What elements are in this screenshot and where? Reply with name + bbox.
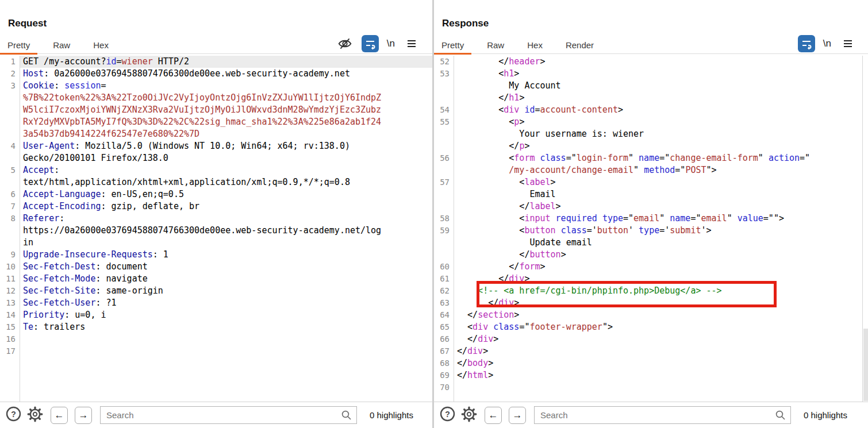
line-number: 10	[0, 261, 20, 273]
code-line[interactable]: 69</html>	[434, 369, 868, 381]
code-line[interactable]: 16	[0, 333, 433, 345]
code-line[interactable]: 66 </div>	[434, 333, 868, 345]
code-line[interactable]: 4User-Agent: Mozilla/5.0 (Windows NT 10.…	[0, 140, 433, 152]
code-line[interactable]: My Account	[434, 80, 868, 92]
code-line[interactable]: text/html,application/xhtml+xml,applicat…	[0, 176, 433, 188]
line-number: 70	[434, 381, 454, 394]
code-line[interactable]: https://0a26000e037694588074766300de00ee…	[0, 225, 433, 237]
code-line[interactable]: 10Sec-Fetch-Dest: document	[0, 261, 433, 273]
code-line[interactable]: W5lciI7czoxMjoiYWNjZXNzX3Rva2VuIjtzOjMyO…	[0, 104, 433, 116]
hide-characters-eye-icon[interactable]	[336, 35, 354, 52]
settings-gear-icon[interactable]	[26, 406, 44, 425]
next-match-button[interactable]: →	[75, 407, 92, 424]
tab-hex[interactable]: Hex	[520, 37, 550, 55]
code-text: My Account	[454, 80, 868, 92]
code-text: Sec-Fetch-Dest: document	[20, 261, 433, 273]
code-line[interactable]: 13Sec-Fetch-User: ?1	[0, 297, 433, 309]
code-line[interactable]: 60 </form>	[434, 261, 868, 273]
code-line[interactable]: /my-account/change-email" method="POST">	[434, 164, 868, 176]
code-line[interactable]: Your username is: wiener	[434, 128, 868, 140]
word-wrap-toggle-icon[interactable]	[798, 35, 815, 52]
tab-raw[interactable]: Raw	[45, 37, 78, 55]
code-line[interactable]: </h1>	[434, 92, 868, 104]
line-number: 57	[434, 176, 454, 188]
code-line[interactable]: 2Host: 0a26000e037694588074766300de00ee.…	[0, 68, 433, 80]
code-text: Accept-Language: en-US,en;q=0.5	[20, 188, 433, 200]
svg-text:?: ?	[445, 410, 450, 419]
code-line[interactable]: 7Accept-Encoding: gzip, deflate, br	[0, 200, 433, 213]
line-number	[434, 80, 454, 92]
request-editor[interactable]: 1GET /my-account?id=wiener HTTP/22Host: …	[0, 56, 433, 402]
response-menu-icon[interactable]	[839, 35, 857, 52]
line-number	[434, 164, 454, 176]
line-number: 59	[434, 225, 454, 237]
code-line[interactable]: %7B%22token%22%3A%22Tzo0OiJVc2VyIjoyOntz…	[0, 92, 433, 104]
line-number: 63	[434, 297, 454, 309]
line-number	[434, 188, 454, 200]
code-line[interactable]: 53 <h1>	[434, 68, 868, 80]
code-line[interactable]: 64 </section>	[434, 309, 868, 321]
code-line[interactable]: 58 <input required type="email" name="em…	[434, 213, 868, 225]
code-line[interactable]: 3a54b37db9414224f62547e7e680%22%7D	[0, 128, 433, 140]
previous-match-button[interactable]: ←	[51, 407, 68, 424]
code-line[interactable]: 56 <form class="login-form" name="change…	[434, 152, 868, 164]
code-line[interactable]: 1GET /my-account?id=wiener HTTP/2	[0, 56, 433, 68]
next-match-button[interactable]: →	[509, 407, 526, 424]
code-line[interactable]: 12Sec-Fetch-Site: same-origin	[0, 285, 433, 297]
response-search-input[interactable]	[534, 406, 791, 424]
tab-render[interactable]: Render	[558, 37, 601, 55]
line-number: 64	[434, 309, 454, 321]
code-line[interactable]: 11Sec-Fetch-Mode: navigate	[0, 273, 433, 285]
code-text: <div id=account-content>	[454, 104, 868, 116]
tab-pretty[interactable]: Pretty	[434, 37, 471, 55]
code-line[interactable]: 59 <button class='button' type='submit'>	[434, 225, 868, 237]
show-newlines-toggle[interactable]: \n	[387, 38, 395, 49]
line-number	[0, 152, 20, 164]
code-line[interactable]: </p>	[434, 140, 868, 152]
vertical-scrollbar[interactable]	[862, 56, 868, 402]
code-line[interactable]: 65 <div class="footer-wrapper">	[434, 321, 868, 333]
scrollbar-thumb[interactable]	[863, 329, 868, 401]
line-number: 13	[0, 297, 20, 309]
request-search-input[interactable]	[100, 406, 357, 424]
code-line[interactable]: 8Referer:	[0, 213, 433, 225]
code-line[interactable]: 9Upgrade-Insecure-Requests: 1	[0, 249, 433, 261]
code-text: </div>	[454, 333, 868, 345]
tab-hex[interactable]: Hex	[86, 37, 116, 55]
show-newlines-toggle[interactable]: \n	[823, 38, 831, 49]
response-panel: Response PrettyRawHexRender \n 52 </head…	[434, 0, 868, 428]
code-line[interactable]: 6Accept-Language: en-US,en;q=0.5	[0, 188, 433, 200]
code-line[interactable]: 68</body>	[434, 357, 868, 369]
tab-raw[interactable]: Raw	[479, 37, 512, 55]
code-line[interactable]: 3Cookie: session=	[0, 80, 433, 92]
svg-text:?: ?	[11, 410, 16, 419]
help-icon[interactable]: ?	[6, 406, 21, 424]
code-line[interactable]: 70	[434, 381, 868, 394]
code-line[interactable]: 55 <p>	[434, 116, 868, 128]
code-line[interactable]: Gecko/20100101 Firefox/138.0	[0, 152, 433, 164]
code-line[interactable]: 54 <div id=account-content>	[434, 104, 868, 116]
code-line[interactable]: 5Accept:	[0, 164, 433, 176]
code-line[interactable]: </label>	[434, 200, 868, 213]
code-line[interactable]: 17	[0, 345, 433, 357]
code-line[interactable]: 57 <label>	[434, 176, 868, 188]
request-toolbar: \n	[336, 33, 420, 54]
code-line[interactable]: RxY2dyMXVpbTA5MyI7fQ%3D%3D%22%2C%22sig_h…	[0, 116, 433, 128]
code-line[interactable]: </button>	[434, 249, 868, 261]
previous-match-button[interactable]: ←	[485, 407, 502, 424]
code-line[interactable]: 67</div>	[434, 345, 868, 357]
response-editor[interactable]: 52 </header>53 <h1> My Account </h1>54 <…	[434, 56, 868, 402]
code-line[interactable]: 14Priority: u=0, i	[0, 309, 433, 321]
tab-pretty[interactable]: Pretty	[0, 37, 37, 55]
line-number: 60	[434, 261, 454, 273]
request-menu-icon[interactable]	[403, 35, 420, 52]
code-line[interactable]: 52 </header>	[434, 56, 868, 68]
code-line[interactable]: in	[0, 237, 433, 249]
settings-gear-icon[interactable]	[460, 406, 478, 425]
word-wrap-toggle-icon[interactable]	[362, 35, 379, 52]
help-icon[interactable]: ?	[440, 406, 455, 424]
code-text: /my-account/change-email" method="POST">	[454, 164, 868, 176]
code-line[interactable]: 15Te: trailers	[0, 321, 433, 333]
code-line[interactable]: Email	[434, 188, 868, 200]
code-line[interactable]: Update email	[434, 237, 868, 249]
